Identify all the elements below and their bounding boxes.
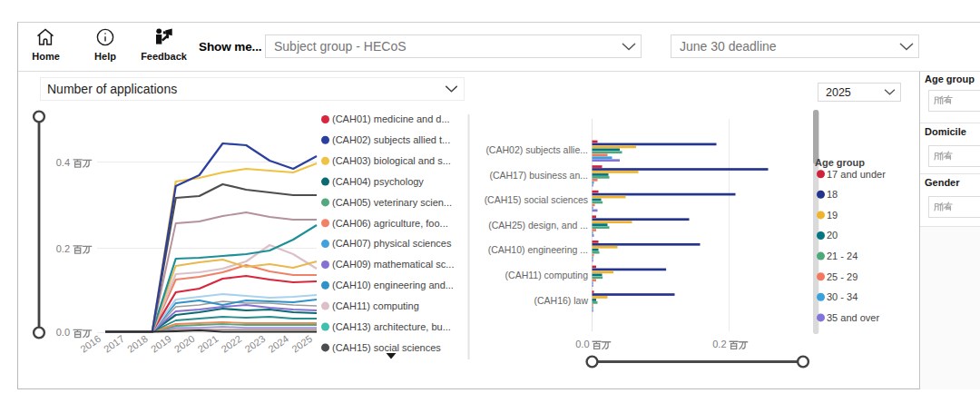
svg-text:(CAH02) subjects allied t...: (CAH02) subjects allied t... (332, 134, 450, 145)
svg-text:(CAH11) computing: (CAH11) computing (505, 270, 589, 280)
svg-text:0.2: 0.2 (56, 243, 70, 254)
svg-text:2019: 2019 (149, 333, 173, 355)
svg-text:(CAH06) agriculture, foo...: (CAH06) agriculture, foo... (332, 218, 448, 229)
svg-text:2021: 2021 (196, 333, 220, 355)
svg-text:(CAH01) medicine and d...: (CAH01) medicine and d... (332, 113, 450, 124)
svg-text:2020: 2020 (172, 333, 197, 355)
svg-text:Age group: Age group (815, 157, 865, 168)
svg-text:(CAH11) computing: (CAH11) computing (332, 300, 419, 311)
svg-text:(CAH04) psychology: (CAH04) psychology (332, 176, 424, 187)
svg-text:0.0: 0.0 (56, 327, 70, 338)
svg-text:(CAH10) engineering ...: (CAH10) engineering ... (488, 244, 588, 255)
svg-text:0.0: 0.0 (575, 339, 589, 349)
svg-text:(CAH25) design, and ...: (CAH25) design, and ... (488, 220, 588, 231)
svg-text:(CAH05) veterinary scien...: (CAH05) veterinary scien... (332, 197, 452, 208)
svg-text:35 and over: 35 and over (827, 312, 879, 323)
svg-text:(CAH03) biological and s...: (CAH03) biological and s... (332, 155, 451, 166)
svg-text:2023: 2023 (242, 333, 267, 355)
svg-text:2025: 2025 (289, 333, 314, 355)
svg-text:2022: 2022 (220, 333, 244, 355)
svg-text:17 and under: 17 and under (827, 169, 886, 180)
svg-text:2017: 2017 (102, 333, 126, 355)
svg-text:2016: 2016 (78, 333, 103, 355)
svg-text:(CAH07) physical sciences: (CAH07) physical sciences (332, 238, 452, 249)
svg-text:30 - 34: 30 - 34 (827, 291, 858, 302)
svg-text:18: 18 (827, 189, 838, 200)
svg-text:(CAH02) subjects allie...: (CAH02) subjects allie... (485, 144, 588, 155)
svg-text:(CAH13) architecture, bu...: (CAH13) architecture, bu... (332, 321, 451, 332)
svg-text:(CAH15) social sciences: (CAH15) social sciences (332, 342, 441, 353)
svg-text:21 - 24: 21 - 24 (827, 251, 858, 261)
svg-text:(CAH16) law: (CAH16) law (534, 295, 588, 306)
svg-text:0.2: 0.2 (712, 339, 726, 349)
svg-text:19: 19 (827, 210, 838, 221)
svg-text:(CAH15) social sciences: (CAH15) social sciences (485, 194, 588, 205)
svg-text:20: 20 (827, 230, 838, 241)
svg-text:2018: 2018 (125, 333, 150, 355)
svg-text:(CAH17) business an...: (CAH17) business an... (489, 170, 588, 181)
svg-text:(CAH09) mathematical sc...: (CAH09) mathematical sc... (332, 259, 454, 270)
svg-text:(CAH10) engineering and...: (CAH10) engineering and... (332, 280, 454, 290)
svg-text:0.4: 0.4 (56, 157, 70, 168)
svg-text:2024: 2024 (266, 333, 290, 355)
svg-text:25 - 29: 25 - 29 (827, 271, 858, 282)
